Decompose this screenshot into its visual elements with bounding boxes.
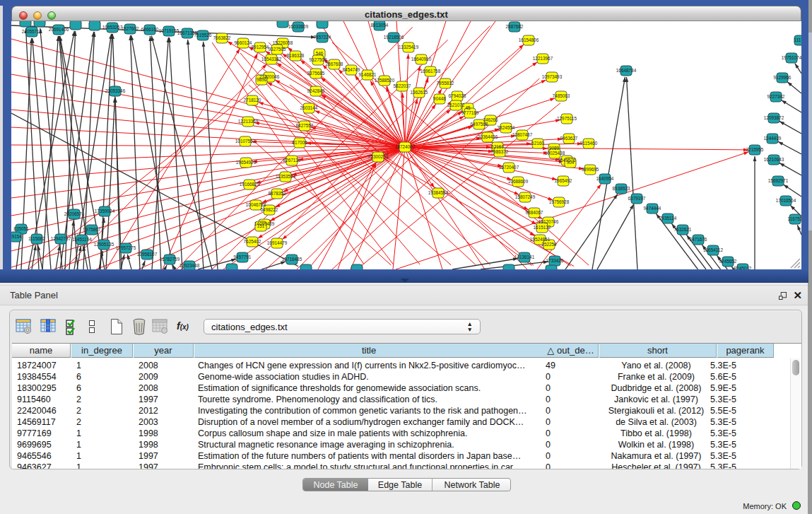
svg-text:12093872: 12093872 (764, 115, 784, 120)
svg-text:8186328: 8186328 (287, 53, 305, 58)
svg-text:3375685: 3375685 (307, 71, 325, 76)
svg-text:9245652: 9245652 (719, 259, 737, 264)
svg-text:19756928: 19756928 (549, 199, 570, 204)
svg-text:10973493: 10973493 (542, 74, 563, 79)
svg-text:17957275: 17957275 (116, 245, 136, 250)
svg-text:7663822: 7663822 (213, 35, 231, 40)
svg-text:6497568: 6497568 (471, 122, 488, 127)
svg-text:252254: 252254 (541, 242, 557, 247)
svg-text:546: 546 (316, 51, 324, 56)
svg-text:9129966: 9129966 (774, 75, 792, 80)
svg-text:12942737: 12942737 (51, 236, 71, 241)
svg-text:13325419: 13325419 (399, 45, 419, 49)
svg-text:1115682: 1115682 (28, 236, 45, 241)
svg-text:15692971: 15692971 (768, 178, 789, 183)
svg-text:9245012: 9245012 (734, 266, 752, 269)
svg-text:10719155: 10719155 (159, 28, 180, 33)
svg-text:62161: 62161 (491, 144, 504, 149)
svg-text:14136141: 14136141 (514, 255, 535, 259)
svg-text:9457791: 9457791 (234, 255, 252, 259)
svg-text:2867608: 2867608 (326, 62, 343, 66)
svg-text:9777169: 9777169 (461, 110, 479, 115)
svg-text:6498222: 6498222 (261, 207, 278, 212)
svg-text:12975115: 12975115 (557, 116, 577, 121)
svg-text:7625402: 7625402 (244, 239, 261, 244)
svg-text:18640910: 18640910 (411, 57, 432, 62)
svg-text:1362615: 1362615 (411, 90, 428, 95)
svg-text:45: 45 (465, 105, 471, 110)
svg-text:6379197: 6379197 (628, 196, 646, 201)
svg-text:9660124: 9660124 (235, 40, 252, 45)
svg-text:5822037: 5822037 (394, 83, 411, 88)
svg-text:2603144: 2603144 (300, 105, 318, 110)
svg-text:9975867: 9975867 (83, 227, 101, 232)
svg-text:7955812: 7955812 (437, 81, 454, 86)
svg-text:2718120: 2718120 (244, 98, 261, 103)
svg-text:16033809: 16033809 (288, 24, 309, 29)
svg-text:3215955: 3215955 (746, 147, 764, 152)
svg-text:10654112: 10654112 (703, 247, 723, 252)
svg-text:1615132: 1615132 (534, 225, 551, 230)
svg-text:116753: 116753 (788, 216, 801, 221)
svg-text:12213369: 12213369 (238, 119, 259, 124)
svg-text:9327508: 9327508 (310, 57, 327, 62)
svg-text:9089: 9089 (549, 146, 560, 151)
svg-text:9146821: 9146821 (359, 72, 377, 77)
svg-text:8813054: 8813054 (371, 23, 389, 28)
svg-text:835051: 835051 (13, 226, 29, 231)
svg-text:8427552: 8427552 (296, 123, 314, 128)
svg-text:8267130: 8267130 (283, 158, 301, 163)
svg-text:9896: 9896 (257, 77, 267, 82)
svg-text:1965492: 1965492 (555, 178, 572, 183)
svg-text:9463627: 9463627 (560, 136, 578, 141)
svg-text:19384554: 19384554 (428, 190, 449, 195)
svg-text:11353594: 11353594 (276, 174, 295, 179)
svg-text:20053346: 20053346 (105, 88, 126, 93)
svg-text:7632621: 7632621 (674, 227, 692, 232)
svg-text:151: 151 (257, 223, 265, 228)
svg-text:1733426: 1733426 (546, 258, 564, 263)
svg-text:11451194: 11451194 (72, 237, 92, 242)
svg-text:11175: 11175 (794, 37, 801, 42)
svg-text:15716485: 15716485 (282, 257, 302, 262)
svg-text:7485063: 7485063 (553, 93, 570, 98)
svg-text:16543382: 16543382 (261, 57, 282, 62)
svg-text:19166829: 19166829 (240, 182, 260, 187)
svg-text:19654923: 19654923 (236, 160, 257, 165)
svg-text:20206576: 20206576 (64, 211, 85, 216)
svg-text:62160: 62160 (531, 141, 544, 146)
svg-text:8938923: 8938923 (613, 186, 630, 191)
svg-text:9884067: 9884067 (526, 210, 543, 215)
svg-text:16210643: 16210643 (764, 157, 784, 162)
svg-text:6466160: 6466160 (141, 27, 159, 32)
svg-text:7857224: 7857224 (314, 35, 331, 40)
svg-text:16914479: 16914479 (267, 240, 288, 245)
svg-text:39154: 39154 (11, 234, 22, 239)
svg-text:9227342: 9227342 (767, 94, 785, 99)
svg-text:1640954: 1640954 (596, 176, 614, 181)
svg-text:9474444: 9474444 (644, 206, 661, 211)
svg-text:12905135: 12905135 (94, 242, 114, 247)
svg-text:8912954: 8912954 (252, 45, 269, 49)
svg-text:18724007: 18724007 (395, 144, 416, 149)
svg-text:2887682: 2887682 (506, 24, 524, 29)
svg-text:20364436: 20364436 (478, 134, 498, 139)
svg-text:10688609: 10688609 (508, 179, 529, 184)
svg-text:9899695: 9899695 (582, 167, 599, 172)
svg-text:12213967: 12213967 (533, 56, 553, 61)
svg-text:6794028: 6794028 (449, 93, 466, 98)
svg-text:7515526: 7515526 (194, 33, 212, 37)
svg-text:10958107: 10958107 (137, 252, 158, 257)
svg-text:10025438: 10025438 (545, 151, 565, 156)
svg-text:15807249: 15807249 (515, 194, 536, 199)
svg-text:12923448: 12923448 (180, 263, 200, 268)
svg-text:17016504: 17016504 (776, 198, 796, 203)
svg-text:817006: 817006 (292, 140, 307, 145)
svg-text:15226058: 15226058 (273, 40, 293, 45)
svg-text:16782759: 16782759 (160, 257, 180, 262)
svg-text:9115460: 9115460 (580, 141, 598, 146)
svg-text:19524851: 19524851 (530, 237, 551, 242)
svg-text:9242848: 9242848 (307, 88, 325, 93)
svg-text:15720407: 15720407 (499, 165, 519, 170)
svg-text:17359924: 17359924 (95, 209, 115, 214)
